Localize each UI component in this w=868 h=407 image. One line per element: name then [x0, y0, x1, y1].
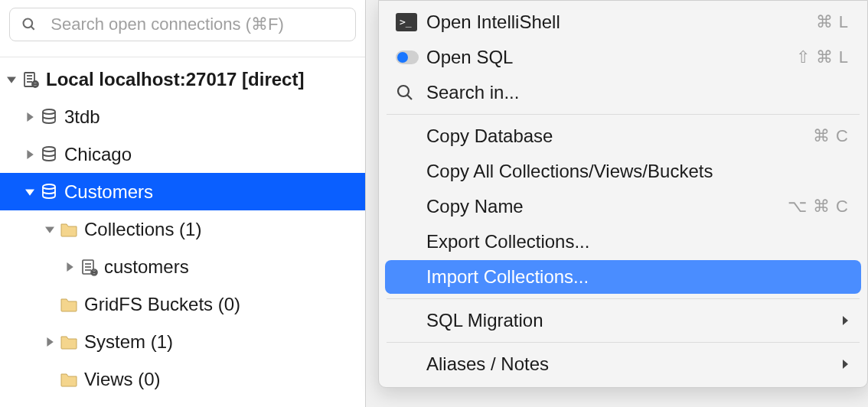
- menu-label: Import Collections...: [426, 266, 849, 288]
- chevron-right-icon[interactable]: [41, 337, 58, 347]
- menu-search-in[interactable]: Search in...: [385, 76, 861, 109]
- menu-label: Copy Name: [426, 196, 788, 217]
- svg-point-0: [23, 19, 32, 28]
- folder-label: Views (0): [84, 369, 161, 390]
- database-icon: [38, 183, 60, 201]
- context-menu: >_ Open IntelliShell ⌘ L Open SQL ⇧ ⌘ L …: [378, 0, 868, 388]
- menu-aliases-notes[interactable]: Aliases / Notes: [385, 347, 861, 381]
- tree-db-3tdb[interactable]: 3tdb: [0, 98, 365, 135]
- svg-marker-17: [67, 262, 73, 272]
- svg-point-30: [398, 86, 409, 96]
- menu-open-intellishell[interactable]: >_ Open IntelliShell ⌘ L: [385, 5, 861, 39]
- db-label: 3tdb: [64, 106, 100, 128]
- tree-gridfs-folder[interactable]: GridFS Buckets (0): [0, 285, 365, 323]
- menu-shortcut: ⇧ ⌘ L: [796, 47, 849, 67]
- chevron-down-icon[interactable]: [21, 187, 38, 197]
- tree-views-folder[interactable]: Views (0): [0, 360, 365, 398]
- menu-label: Export Collections...: [426, 231, 849, 252]
- search-icon: [396, 83, 426, 102]
- chevron-right-icon: [835, 354, 849, 374]
- menu-label: Copy All Collections/Views/Buckets: [426, 161, 849, 182]
- db-label: Chicago: [64, 144, 132, 165]
- chevron-right-icon[interactable]: [21, 112, 38, 122]
- menu-separator: [387, 298, 860, 299]
- tree-db-customers[interactable]: Customers: [0, 173, 365, 210]
- svg-marker-16: [45, 226, 54, 233]
- folder-icon: [58, 372, 80, 387]
- tree-connection-root[interactable]: Local localhost:27017 [direct]: [0, 60, 365, 98]
- connection-tree: Local localhost:27017 [direct] 3tdb Chic…: [0, 57, 365, 398]
- menu-shortcut: ⌘ L: [816, 12, 849, 32]
- folder-icon: [58, 297, 80, 312]
- menu-label: Open SQL: [426, 47, 796, 68]
- menu-shortcut: ⌘ C: [813, 126, 849, 146]
- tree-collections-folder[interactable]: Collections (1): [0, 210, 365, 248]
- folder-icon: [58, 334, 80, 350]
- menu-label: Open IntelliShell: [426, 11, 816, 33]
- chevron-right-icon[interactable]: [21, 150, 38, 159]
- sql-toggle-icon: [396, 50, 426, 64]
- connection-label: Local localhost:27017 [direct]: [46, 69, 304, 90]
- search-wrap: [0, 0, 365, 57]
- menu-label: Copy Database: [426, 125, 813, 147]
- svg-marker-2: [7, 77, 16, 83]
- folder-icon: [58, 222, 80, 237]
- search-input[interactable]: [51, 15, 346, 34]
- database-icon: [38, 145, 60, 164]
- folder-label: System (1): [84, 331, 173, 353]
- menu-import-collections[interactable]: Import Collections...: [385, 260, 861, 294]
- svg-marker-10: [27, 112, 33, 122]
- menu-separator: [387, 114, 860, 115]
- svg-marker-32: [843, 316, 848, 325]
- svg-marker-12: [27, 150, 33, 159]
- database-icon: [38, 108, 60, 126]
- chevron-right-icon[interactable]: [61, 262, 78, 272]
- tree-system-folder[interactable]: System (1): [0, 323, 365, 360]
- connections-sidebar: Local localhost:27017 [direct] 3tdb Chic…: [0, 0, 366, 407]
- menu-label: SQL Migration: [426, 310, 835, 331]
- menu-open-sql[interactable]: Open SQL ⇧ ⌘ L: [385, 41, 861, 74]
- search-input-container[interactable]: [9, 8, 356, 41]
- svg-marker-14: [25, 189, 34, 195]
- server-icon: [20, 70, 41, 89]
- menu-copy-all[interactable]: Copy All Collections/Views/Buckets: [385, 155, 861, 188]
- svg-line-1: [31, 27, 34, 30]
- tree-collection-customers[interactable]: customers: [0, 248, 365, 285]
- folder-label: Collections (1): [84, 219, 201, 240]
- folder-label: GridFS Buckets (0): [84, 294, 240, 315]
- menu-label: Aliases / Notes: [426, 353, 835, 375]
- menu-label: Search in...: [426, 82, 849, 103]
- svg-point-15: [43, 184, 55, 189]
- search-icon: [19, 17, 38, 32]
- menu-export-collections[interactable]: Export Collections...: [385, 225, 861, 259]
- svg-point-13: [43, 147, 55, 151]
- db-label: Customers: [64, 181, 153, 203]
- menu-separator: [387, 342, 860, 343]
- svg-point-11: [43, 109, 55, 114]
- terminal-icon: >_: [396, 13, 426, 31]
- svg-marker-25: [47, 337, 53, 347]
- chevron-right-icon: [835, 311, 849, 330]
- svg-line-31: [407, 95, 412, 99]
- menu-copy-name[interactable]: Copy Name ⌥ ⌘ C: [385, 190, 861, 223]
- menu-copy-database[interactable]: Copy Database ⌘ C: [385, 119, 861, 153]
- chevron-down-icon[interactable]: [3, 75, 20, 84]
- svg-text:>_: >_: [400, 16, 412, 28]
- svg-point-29: [397, 52, 408, 63]
- collection-icon: [78, 258, 100, 276]
- collection-label: customers: [104, 256, 189, 278]
- svg-marker-33: [843, 360, 848, 369]
- menu-shortcut: ⌥ ⌘ C: [788, 197, 849, 217]
- menu-sql-migration[interactable]: SQL Migration: [385, 304, 861, 337]
- tree-db-chicago[interactable]: Chicago: [0, 135, 365, 173]
- chevron-down-icon[interactable]: [41, 225, 58, 234]
